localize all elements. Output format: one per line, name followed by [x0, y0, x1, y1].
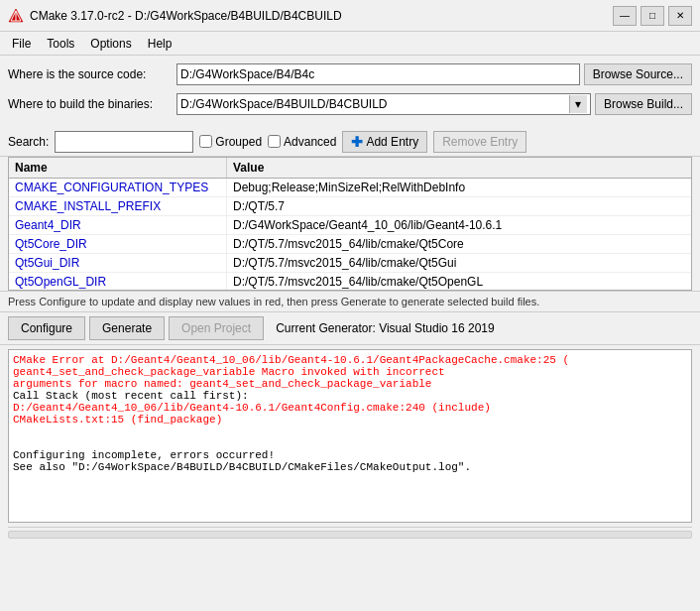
cell-value-4: D:/QT/5.7/msvc2015_64/lib/cmake/Qt5Gui [227, 254, 691, 272]
minimize-button[interactable]: — [613, 6, 637, 26]
action-bar: Configure Generate Open Project Current … [0, 312, 700, 345]
cell-name-5: Qt5OpenGL_DIR [9, 273, 227, 291]
output-line: geant4_set_and_check_package_variable Ma… [13, 366, 687, 378]
add-icon: ✚ [351, 134, 363, 150]
cell-name-2: Geant4_DIR [9, 216, 227, 234]
output-line: Call Stack (most recent call first): [13, 390, 687, 402]
source-label: Where is the source code: [8, 67, 176, 81]
advanced-label: Advanced [284, 135, 336, 149]
table-row[interactable]: CMAKE_INSTALL_PREFIX D:/QT/5.7 [9, 197, 691, 216]
grouped-label: Grouped [215, 135, 262, 149]
search-label: Search: [8, 135, 49, 149]
table-row[interactable]: Geant4_DIR D:/G4WorkSpace/Geant4_10_06/l… [9, 216, 691, 235]
search-input[interactable] [55, 131, 193, 153]
build-row: Where to build the binaries: D:/G4WorkSp… [8, 91, 692, 117]
generate-button[interactable]: Generate [89, 316, 165, 340]
cell-value-3: D:/QT/5.7/msvc2015_64/lib/cmake/Qt5Core [227, 235, 691, 253]
scrollbar-track[interactable] [8, 531, 692, 539]
cell-value-1: D:/QT/5.7 [227, 197, 691, 215]
cell-value-0: Debug;Release;MinSizeRel;RelWithDebInfo [227, 179, 691, 196]
advanced-checkbox[interactable] [268, 135, 281, 148]
cell-name-0: CMAKE_CONFIGURATION_TYPES [9, 179, 227, 196]
source-row: Where is the source code: Browse Source.… [8, 61, 692, 87]
output-area[interactable]: CMake Error at D:/Geant4/Geant4_10_06/li… [8, 349, 692, 523]
form-area: Where is the source code: Browse Source.… [0, 56, 700, 127]
add-entry-button[interactable]: ✚ Add Entry [342, 131, 427, 153]
col-name-header: Name [9, 158, 227, 178]
title-bar: CMake 3.17.0-rc2 - D:/G4WorkSpace/B4BUIL… [0, 0, 700, 32]
browse-build-button[interactable]: Browse Build... [595, 93, 692, 115]
build-label: Where to build the binaries: [8, 97, 176, 111]
status-bar: Press Configure to update and display ne… [0, 291, 700, 312]
build-combo-value: D:/G4WorkSpace/B4BUILD/B4CBUILD [180, 97, 569, 111]
cell-value-2: D:/G4WorkSpace/Geant4_10_06/lib/Geant4-1… [227, 216, 691, 234]
col-value-header: Value [227, 158, 691, 178]
build-combo[interactable]: D:/G4WorkSpace/B4BUILD/B4CBUILD ▾ [176, 93, 591, 115]
generator-text: Current Generator: Visual Studio 16 2019 [276, 321, 495, 335]
add-entry-label: Add Entry [366, 135, 418, 149]
configure-button[interactable]: Configure [8, 316, 85, 340]
cell-name-3: Qt5Core_DIR [9, 235, 227, 253]
maximize-button[interactable]: □ [641, 6, 664, 26]
table-row[interactable]: Qt5OpenGL_DIR D:/QT/5.7/msvc2015_64/lib/… [9, 273, 691, 291]
app-logo-icon [8, 8, 24, 24]
status-text: Press Configure to update and display ne… [8, 296, 539, 307]
table-row[interactable]: Qt5Gui_DIR D:/QT/5.7/msvc2015_64/lib/cma… [9, 254, 691, 273]
source-input[interactable] [176, 63, 580, 85]
output-line: See also "D:/G4WorkSpace/B4BUILD/B4CBUIL… [13, 461, 687, 473]
menu-tools[interactable]: Tools [39, 35, 82, 53]
window-controls: — □ ✕ [613, 6, 692, 26]
menu-options[interactable]: Options [82, 35, 139, 53]
search-bar: Search: Grouped Advanced ✚ Add Entry Rem… [0, 127, 700, 157]
table-row[interactable]: CMAKE_CONFIGURATION_TYPES Debug;Release;… [9, 179, 691, 197]
cell-name-4: Qt5Gui_DIR [9, 254, 227, 272]
output-line: D:/Geant4/Geant4_10_06/lib/Geant4-10.6.1… [13, 402, 687, 414]
output-line [13, 426, 687, 437]
open-project-button[interactable]: Open Project [169, 316, 264, 340]
output-line: arguments for macro named: geant4_set_an… [13, 378, 687, 390]
remove-entry-button[interactable]: Remove Entry [433, 131, 526, 153]
cmake-table[interactable]: Name Value CMAKE_CONFIGURATION_TYPES Deb… [8, 157, 692, 291]
grouped-checkbox[interactable] [199, 135, 212, 148]
combo-arrow-icon[interactable]: ▾ [569, 95, 587, 113]
advanced-checkbox-label[interactable]: Advanced [268, 135, 336, 149]
output-line: Configuring incomplete, errors occurred! [13, 449, 687, 461]
output-line: CMakeLists.txt:15 (find_package) [13, 414, 687, 426]
output-line [13, 473, 687, 485]
browse-source-button[interactable]: Browse Source... [584, 63, 692, 85]
cell-value-5: D:/QT/5.7/msvc2015_64/lib/cmake/Qt5OpenG… [227, 273, 691, 291]
horizontal-scrollbar[interactable] [8, 527, 692, 541]
menu-bar: File Tools Options Help [0, 32, 700, 56]
grouped-checkbox-label[interactable]: Grouped [199, 135, 262, 149]
close-button[interactable]: ✕ [668, 6, 692, 26]
table-header: Name Value [9, 158, 691, 179]
cell-name-1: CMAKE_INSTALL_PREFIX [9, 197, 227, 215]
table-row[interactable]: Qt5Core_DIR D:/QT/5.7/msvc2015_64/lib/cm… [9, 235, 691, 254]
output-line: CMake Error at D:/Geant4/Geant4_10_06/li… [13, 354, 687, 366]
window-title: CMake 3.17.0-rc2 - D:/G4WorkSpace/B4BUIL… [30, 9, 613, 23]
output-line [13, 437, 687, 449]
menu-help[interactable]: Help [140, 35, 180, 53]
menu-file[interactable]: File [4, 35, 39, 53]
